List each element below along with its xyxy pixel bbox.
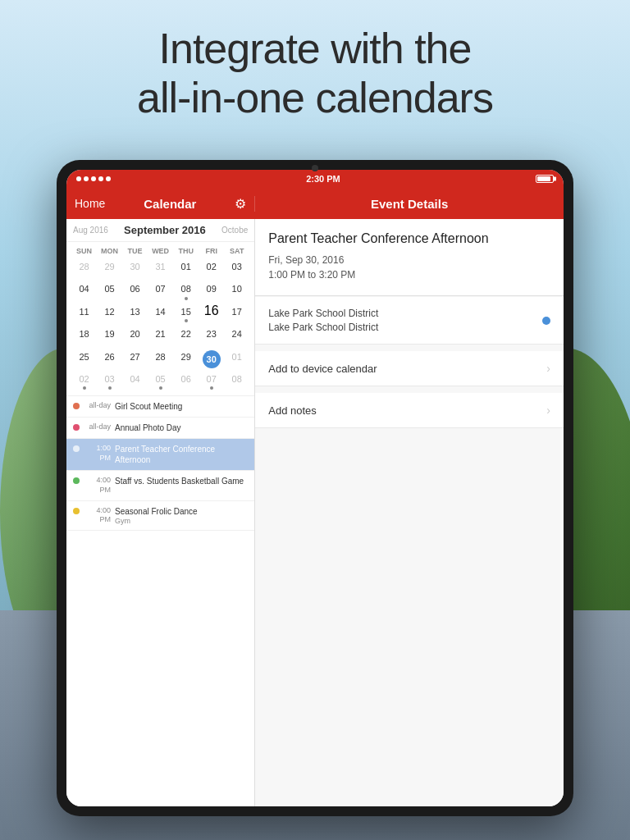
calendar-day-0-5[interactable]: 02 (199, 258, 224, 280)
event-dot (73, 508, 80, 514)
calendar-day-2-5[interactable]: 16 (199, 304, 224, 325)
calendar-day-5-4[interactable]: 06 (173, 371, 199, 392)
event-title: Parent Teacher Conference Afternoon (115, 444, 248, 465)
calendar-day-3-0[interactable]: 18 (71, 326, 97, 347)
event-item-1[interactable]: all-day Annual Photo Day (66, 418, 254, 439)
day-event-dot (210, 386, 213, 390)
add-notes-label: Add notes (268, 404, 317, 417)
event-detail-card: Parent Teacher Conference Afternoon Fri,… (255, 219, 564, 296)
event-item-2[interactable]: 1:00 PM Parent Teacher Conference Aftern… (66, 439, 254, 471)
month-next[interactable]: Octobe (221, 226, 248, 235)
calendar-day-0-1[interactable]: 29 (97, 258, 122, 280)
calendar-day-2-4[interactable]: 15 (173, 304, 199, 325)
calendar-day-1-0[interactable]: 04 (71, 281, 97, 302)
day-header-sat: SAT (224, 245, 249, 257)
calendar-day-2-6[interactable]: 17 (224, 304, 249, 325)
calendar-day-5-1[interactable]: 03 (97, 371, 122, 392)
signal-dot-1 (76, 176, 81, 181)
event-item-3[interactable]: 4:00 PM Staff vs. Students Basketball Ga… (66, 471, 254, 500)
calendar-day-5-2[interactable]: 04 (122, 371, 148, 392)
calendar-day-3-2[interactable]: 20 (122, 326, 148, 347)
event-list[interactable]: all-day Girl Scout Meeting all-day Annua… (66, 395, 254, 806)
status-dots (76, 176, 111, 181)
event-details: Seasonal Frolic Dance Gym (115, 506, 248, 525)
calendar-day-2-2[interactable]: 13 (122, 304, 148, 325)
calendar-day-0-2[interactable]: 30 (122, 258, 148, 280)
event-details-nav-title: Event Details (371, 197, 448, 211)
settings-icon[interactable]: ⚙ (235, 196, 246, 212)
event-item-0[interactable]: all-day Girl Scout Meeting (66, 396, 254, 418)
add-to-calendar-row[interactable]: Add to device calendar › (255, 351, 564, 386)
event-title: Staff vs. Students Basketball Game (115, 476, 248, 486)
calendar-day-0-3[interactable]: 31 (148, 258, 173, 280)
add-notes-row[interactable]: Add notes › (255, 393, 564, 428)
calendar-day-5-6[interactable]: 08 (224, 371, 249, 392)
day-event-dot (185, 319, 188, 322)
signal-dot-2 (84, 176, 89, 181)
event-time: 1:00 PM (84, 444, 115, 463)
calendar-day-1-5[interactable]: 09 (199, 281, 224, 302)
day-event-dot (185, 297, 188, 300)
day-header-tue: TUE (122, 245, 148, 257)
calendar-day-3-4[interactable]: 22 (173, 326, 199, 347)
calendar-week-3: 18192021222324 (71, 326, 249, 347)
day-headers: SUN MON TUE WED THU FRI SAT (71, 245, 249, 257)
calendar-day-5-0[interactable]: 02 (71, 371, 97, 392)
calendar-nav-title[interactable]: Calendar (144, 197, 196, 211)
nav-right: Event Details (255, 197, 564, 211)
calendar-day-1-1[interactable]: 05 (97, 281, 122, 302)
day-header-mon: MON (97, 245, 122, 257)
calendar-day-4-2[interactable]: 27 (122, 349, 148, 370)
calendar-day-3-5[interactable]: 23 (199, 326, 224, 347)
home-nav-label[interactable]: Home (75, 197, 105, 210)
calendar-day-3-3[interactable]: 21 (148, 326, 173, 347)
calendar-day-1-3[interactable]: 07 (148, 281, 173, 302)
calendar-day-0-0[interactable]: 28 (71, 258, 97, 280)
event-detail-org: Lake Park School District Lake Park Scho… (268, 307, 378, 335)
calendar-day-4-5[interactable]: 30 (199, 349, 224, 370)
signal-dot-4 (98, 176, 103, 181)
calendar-day-4-4[interactable]: 29 (173, 349, 199, 370)
calendar-day-4-1[interactable]: 26 (97, 349, 122, 370)
headline-line1: Integrate with the (159, 25, 472, 72)
calendar-week-0: 28293031010203 (71, 258, 249, 280)
event-time: 4:00 PM (84, 506, 115, 525)
calendar-day-0-6[interactable]: 03 (224, 258, 249, 280)
event-title: Seasonal Frolic Dance (115, 506, 248, 517)
event-detail-date: Fri, Sep 30, 2016 (268, 254, 550, 266)
calendar-week-5: 02030405060708 (71, 371, 249, 392)
day-header-sun: SUN (71, 245, 97, 257)
calendar-day-4-6[interactable]: 01 (224, 349, 249, 370)
month-prev[interactable]: Aug 2016 (73, 226, 108, 235)
add-notes-chevron: › (546, 404, 550, 417)
calendar-day-0-4[interactable]: 01 (173, 258, 199, 280)
calendar-day-4-0[interactable]: 25 (71, 349, 97, 370)
event-time: all-day (84, 422, 115, 432)
event-item-4[interactable]: 4:00 PM Seasonal Frolic Dance Gym (66, 501, 254, 531)
event-dot (73, 424, 80, 431)
event-subtitle: Gym (115, 517, 248, 525)
day-event-dot (108, 386, 112, 390)
calendar-day-1-4[interactable]: 08 (173, 281, 199, 302)
event-detail-title: Parent Teacher Conference Afternoon (268, 231, 550, 248)
org-color-dot (542, 317, 550, 325)
calendar-day-3-6[interactable]: 24 (224, 326, 249, 347)
day-header-wed: WED (148, 245, 173, 257)
event-detail-time-range: 1:00 PM to 3:20 PM (268, 269, 550, 281)
status-battery (536, 175, 554, 183)
right-panel: Parent Teacher Conference Afternoon Fri,… (255, 219, 564, 806)
calendar-day-1-2[interactable]: 06 (122, 281, 148, 302)
event-dot (73, 403, 80, 409)
calendar-day-5-5[interactable]: 07 (199, 371, 224, 392)
day-event-dot (159, 386, 162, 390)
calendar-day-5-3[interactable]: 05 (148, 371, 173, 392)
calendar-day-4-3[interactable]: 28 (148, 349, 173, 370)
add-to-calendar-chevron: › (546, 362, 550, 375)
calendar-day-2-1[interactable]: 12 (97, 304, 122, 325)
calendar-day-2-3[interactable]: 14 (148, 304, 173, 325)
battery-icon (536, 175, 554, 183)
calendar-day-3-1[interactable]: 19 (97, 326, 122, 347)
device-frame: 2:30 PM Home Calendar ⚙ Event Details (57, 160, 573, 816)
calendar-day-1-6[interactable]: 10 (224, 281, 249, 302)
calendar-day-2-0[interactable]: 11 (71, 304, 97, 325)
